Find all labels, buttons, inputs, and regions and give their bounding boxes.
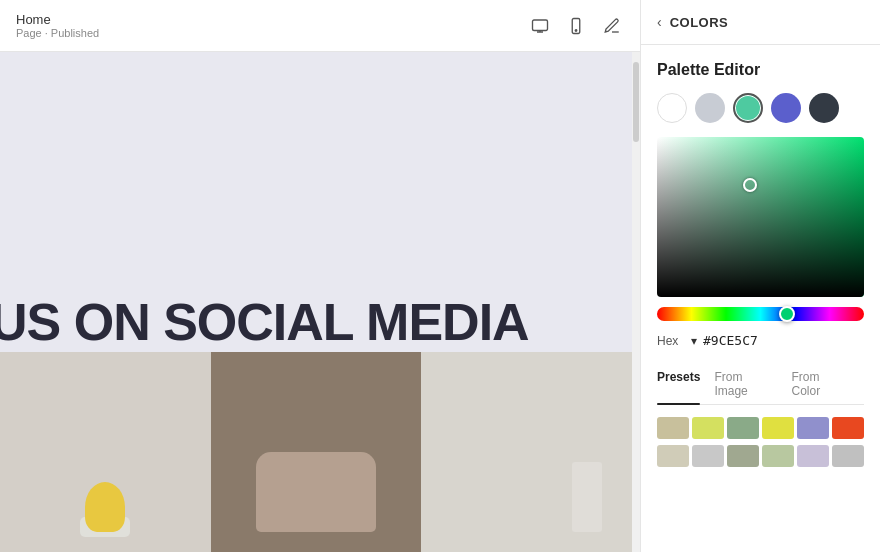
desktop-icon[interactable] [528,14,552,38]
colors-section-title: COLORS [670,15,729,30]
preset-chip[interactable] [692,445,724,467]
preset-chip[interactable] [762,417,794,439]
hex-label: Hex [657,334,685,348]
preset-chip[interactable] [657,445,689,467]
color-gradient-picker[interactable] [657,137,864,297]
preset-chip[interactable] [797,445,829,467]
edit-icon[interactable] [600,14,624,38]
swatch-teal[interactable] [733,93,763,123]
tab-from-color[interactable]: From Color [791,364,850,404]
page-preview: Home Page · Published [0,0,640,552]
preset-chip[interactable] [727,417,759,439]
header-icons [528,14,624,38]
page-subtitle: Page · Published [16,27,99,39]
preset-chip[interactable] [727,445,759,467]
image-3 [421,352,632,552]
preset-chip[interactable] [832,417,864,439]
preset-chip[interactable] [797,417,829,439]
swatch-blue-purple[interactable] [771,93,801,123]
decoration-lamp [572,462,602,532]
preset-chip[interactable] [832,445,864,467]
swatches-row [657,93,864,123]
image-2 [211,352,422,552]
hue-slider[interactable] [657,307,864,321]
gradient-bg [657,137,864,297]
panel-body: Palette Editor Hex ▾ #9CE5C7 [641,45,880,552]
swatch-dark[interactable] [809,93,839,123]
swatch-white[interactable] [657,93,687,123]
scroll-thumb [633,62,639,142]
preview-header: Home Page · Published [0,0,640,52]
header-left: Home Page · Published [16,12,99,39]
back-arrow-icon[interactable]: ‹ [657,14,662,30]
decoration-object [85,482,125,532]
images-row [0,352,632,552]
tab-from-image[interactable]: From Image [714,364,777,404]
preset-chip[interactable] [762,445,794,467]
page-title: Home [16,12,99,27]
colors-panel: ‹ COLORS Palette Editor Hex ▾ #9CE5C [640,0,880,552]
svg-point-2 [575,29,577,31]
scroll-bar[interactable] [632,52,640,552]
hex-dropdown[interactable]: ▾ [691,334,697,348]
decoration-sofa [256,452,376,532]
preset-chip[interactable] [657,417,689,439]
tabs-row: Presets From Image From Color [657,364,864,405]
palette-editor-title: Palette Editor [657,61,864,79]
swatch-light-gray[interactable] [695,93,725,123]
preset-chip[interactable] [692,417,724,439]
preset-rows [657,417,864,467]
hue-thumb [779,306,795,322]
tab-presets[interactable]: Presets [657,364,700,404]
hex-dropdown-label: ▾ [691,334,697,348]
colors-header: ‹ COLORS [641,0,880,45]
preset-row-2 [657,445,864,467]
svg-rect-0 [533,20,548,31]
preset-row-1 [657,417,864,439]
preview-content: US ON SOCIAL MEDIA [0,52,640,552]
mobile-icon[interactable] [564,14,588,38]
hex-row: Hex ▾ #9CE5C7 [657,333,864,348]
social-media-text: US ON SOCIAL MEDIA [0,292,529,352]
hex-value[interactable]: #9CE5C7 [703,333,758,348]
image-1 [0,352,211,552]
